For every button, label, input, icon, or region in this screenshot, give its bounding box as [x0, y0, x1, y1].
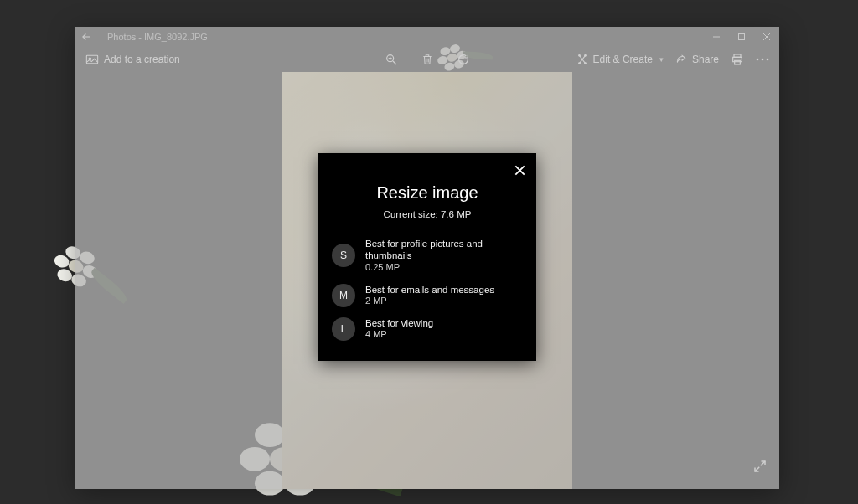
- rotate-icon: [457, 53, 470, 66]
- close-window-button[interactable]: [754, 27, 779, 47]
- share-label: Share: [692, 54, 719, 65]
- print-button[interactable]: [731, 53, 744, 66]
- window-title: Photos - IMG_8092.JPG: [107, 32, 208, 42]
- size-badge-m: M: [332, 284, 355, 307]
- maximize-button[interactable]: [729, 27, 754, 47]
- share-button[interactable]: Share: [675, 54, 719, 65]
- dialog-title: Resize image: [332, 183, 523, 203]
- svg-point-21: [767, 59, 769, 61]
- chevron-down-icon: ▾: [659, 55, 664, 64]
- resize-option-medium[interactable]: M Best for emails and messages 2 MP: [332, 279, 523, 312]
- option-size: 2 MP: [365, 296, 494, 307]
- svg-point-13: [584, 54, 586, 56]
- more-button[interactable]: [756, 58, 769, 61]
- option-desc: Best for viewing: [365, 317, 433, 329]
- svg-rect-18: [735, 60, 741, 64]
- size-badge-l: L: [332, 317, 355, 341]
- resize-image-dialog: Resize image Current size: 7.6 MP S Best…: [318, 153, 536, 361]
- add-to-creation-button[interactable]: Add to a creation: [85, 54, 180, 65]
- resize-option-large[interactable]: L Best for viewing 4 MP: [332, 312, 523, 346]
- svg-point-14: [578, 63, 580, 64]
- zoom-button[interactable]: [385, 53, 398, 66]
- option-desc: Best for profile pictures and thumbnails: [365, 238, 523, 262]
- edit-create-button[interactable]: Edit & Create ▾: [576, 54, 664, 65]
- svg-point-12: [578, 54, 580, 56]
- svg-point-20: [762, 59, 764, 61]
- toolbar: Add to a creation: [75, 47, 779, 72]
- option-size: 0.25 MP: [365, 262, 523, 274]
- svg-point-19: [757, 59, 759, 61]
- fullscreen-button[interactable]: [752, 459, 768, 477]
- dialog-subtitle: Current size: 7.6 MP: [332, 209, 523, 219]
- close-dialog-button[interactable]: [509, 160, 530, 180]
- resize-option-small[interactable]: S Best for profile pictures and thumbnai…: [332, 233, 523, 279]
- share-icon: [675, 54, 687, 65]
- option-desc: Best for emails and messages: [365, 284, 494, 296]
- edit-create-label: Edit & Create: [593, 54, 653, 65]
- option-size: 4 MP: [365, 329, 433, 341]
- svg-line-7: [393, 61, 396, 64]
- rotate-button[interactable]: [457, 53, 470, 66]
- size-badge-s: S: [332, 244, 355, 267]
- svg-rect-4: [86, 55, 97, 63]
- svg-point-15: [584, 63, 586, 64]
- more-icon: [756, 58, 769, 61]
- print-icon: [731, 53, 744, 66]
- add-to-creation-label: Add to a creation: [104, 54, 180, 65]
- zoom-icon: [385, 53, 398, 66]
- trash-icon: [421, 53, 433, 66]
- add-creation-icon: [85, 54, 99, 65]
- minimize-button[interactable]: [704, 27, 729, 47]
- titlebar: Photos - IMG_8092.JPG: [75, 27, 779, 47]
- svg-rect-1: [739, 34, 745, 40]
- delete-button[interactable]: [421, 53, 433, 66]
- back-button[interactable]: [80, 31, 107, 43]
- edit-icon: [576, 54, 588, 65]
